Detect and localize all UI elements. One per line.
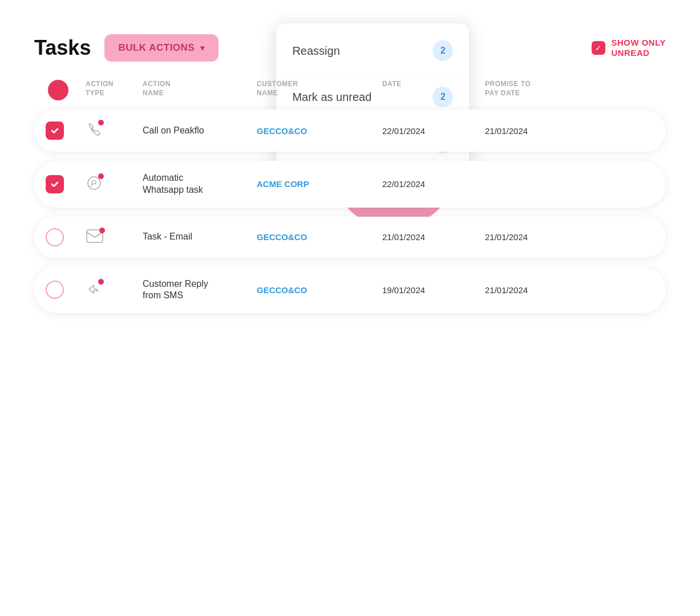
promise-date-4: 21/01/2024 — [485, 285, 599, 295]
show-unread-label: SHOW ONLYUNREAD — [611, 38, 666, 58]
unread-dot-2 — [98, 173, 104, 179]
select-all-circle[interactable] — [48, 80, 68, 100]
unread-dot-4 — [98, 279, 104, 285]
row-checkbox-1[interactable] — [46, 121, 64, 140]
header-row: Tasks BULK ACTIONS ▾ Reassign 2 Mark as … — [34, 34, 666, 62]
customer-name-2: ACME CORP — [257, 179, 382, 189]
table-row: Task - Email GECCO&CO 21/01/2024 21/01/2… — [34, 217, 666, 258]
date-4: 19/01/2024 — [382, 285, 485, 295]
customer-name-3: GECCO&CO — [257, 232, 382, 242]
bulk-actions-button[interactable]: BULK ACTIONS ▾ — [104, 34, 218, 62]
dropdown-label-reassign: Reassign — [292, 44, 339, 58]
table-row: Customer Replyfrom SMS GECCO&CO 19/01/20… — [34, 267, 666, 314]
show-unread-container: ✓ SHOW ONLYUNREAD — [592, 38, 666, 58]
customer-name-1: GECCO&CO — [257, 126, 382, 136]
table-row: AutomaticWhatsapp task ACME CORP 22/01/2… — [34, 161, 666, 208]
show-unread-checkbox[interactable]: ✓ — [592, 41, 605, 55]
checkmark-icon: ✓ — [595, 43, 602, 52]
row-checkbox-2[interactable] — [46, 175, 64, 193]
action-name-3: Task - Email — [143, 231, 257, 243]
page-title: Tasks — [34, 36, 91, 60]
phone-icon-container — [86, 121, 103, 138]
whatsapp-icon-container — [86, 175, 103, 192]
table-header: ACTIONTYPE ACTIONNAME CUSTOMERNAME DATE … — [34, 80, 666, 100]
customer-name-4: GECCO&CO — [257, 285, 382, 295]
reply-icon-container — [86, 280, 103, 297]
col-action-type: ACTIONTYPE — [86, 80, 143, 100]
col-promise-date: PROMISE TOPAY DATE — [485, 80, 599, 100]
col-action-name: ACTIONNAME — [143, 80, 257, 100]
promise-date-3: 21/01/2024 — [485, 232, 599, 242]
col-customer-name: CUSTOMERNAME — [257, 80, 382, 100]
date-3: 21/01/2024 — [382, 232, 485, 242]
table-row: Call on Peakflo GECCO&CO 22/01/2024 21/0… — [34, 110, 666, 152]
action-name-4: Customer Replyfrom SMS — [143, 278, 257, 302]
col-date: DATE — [382, 80, 485, 100]
action-name-2: AutomaticWhatsapp task — [143, 172, 257, 196]
dropdown-badge-reassign: 2 — [432, 40, 453, 61]
svg-point-0 — [88, 177, 100, 189]
promise-date-1: 21/01/2024 — [485, 126, 599, 136]
unread-dot-3 — [99, 228, 105, 233]
action-name-1: Call on Peakflo — [143, 125, 257, 137]
unread-dot-1 — [98, 120, 104, 125]
bulk-actions-label: BULK ACTIONS — [118, 42, 195, 54]
dropdown-item-reassign[interactable]: Reassign 2 — [276, 28, 469, 74]
chevron-icon: ▾ — [200, 43, 205, 52]
date-2: 22/01/2024 — [382, 179, 485, 189]
row-checkbox-3[interactable] — [46, 228, 64, 246]
row-checkbox-4[interactable] — [46, 281, 64, 299]
email-icon-container — [86, 229, 104, 244]
date-1: 22/01/2024 — [382, 126, 485, 136]
